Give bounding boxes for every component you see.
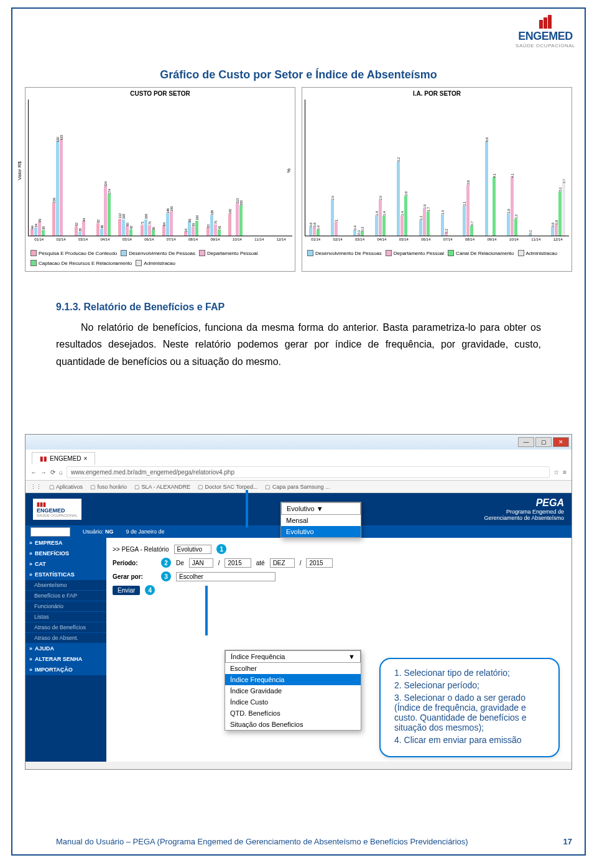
select-user[interactable]: Selecione (30, 527, 70, 537)
section-title: Gráfico de Custo por Setor e Índice de A… (0, 68, 597, 81)
app-logo: ▮▮▮ ENGEMED SAÚDE OCUPACIONAL (33, 499, 81, 520)
select-ano-de[interactable]: 2015 (224, 558, 251, 568)
callout-marker-4: 4 (145, 585, 155, 595)
select-mes-ate[interactable]: DEZ (270, 558, 295, 568)
select-mes-de[interactable]: JAN (189, 558, 213, 568)
callout-marker-1: 1 (216, 544, 226, 554)
logo: ENGEMED SAÚDE OCUPACIONAL (516, 14, 575, 48)
app-title: PEGA Programa Engemed de Gerenciamento d… (484, 497, 564, 521)
home-icon[interactable]: ⌂ (59, 469, 63, 476)
forward-icon[interactable]: → (40, 469, 47, 476)
sidebar-item[interactable]: ALTERAR SENHA (25, 654, 106, 665)
bookmark-item[interactable]: ▢ Aplicativos (49, 484, 83, 490)
callout-marker-2: 2 (161, 558, 171, 568)
maximize-button[interactable]: ▢ (535, 437, 552, 447)
sidebar: EMPRESABENEFÍCIOSCATESTATÍSTICASAbsenteí… (25, 538, 106, 762)
chart-custo: CUSTO POR SETOR Valor R$4454893821662063… (25, 87, 295, 272)
charts-row: CUSTO POR SETOR Valor R$4454893821662063… (25, 87, 572, 272)
callout-marker-3: 3 (161, 571, 171, 581)
close-button[interactable]: ✕ (553, 437, 569, 447)
select-ano-ate[interactable]: 2015 (306, 558, 332, 568)
bookmark-item[interactable]: ▢ SLA - ALEXANDRE (134, 484, 190, 490)
body-text: 9.1.3. Relatório de Benefícios e FAP No … (56, 298, 541, 370)
reload-icon[interactable]: ⟳ (50, 469, 55, 476)
popup-tipo-relatorio: Evolutivo ▼ Mensal Evolutivo (280, 502, 361, 538)
sidebar-item[interactable]: Listas (25, 612, 106, 622)
back-icon[interactable]: ← (30, 469, 37, 476)
sidebar-item[interactable]: Benefícios e FAP (25, 591, 106, 601)
bookmark-item[interactable]: ▢ Doctor SAC Torped... (198, 484, 257, 490)
minimize-button[interactable]: — (518, 437, 534, 447)
popup-gerar-por: Índice Frequência▼ Escolher Índice Frequ… (224, 650, 361, 731)
bookmark-item[interactable]: ▢ Capa para Samsung ... (265, 484, 330, 490)
sidebar-item[interactable]: Absenteísmo (25, 580, 106, 591)
select-tipo-relatorio[interactable]: Evolutivo (174, 545, 212, 554)
sidebar-item[interactable]: EMPRESA (25, 538, 106, 548)
sidebar-item[interactable]: Atraso de Benefícios (25, 622, 106, 633)
address-bar[interactable]: www.engemed.med.br/adm_engemed/pega/rela… (67, 466, 550, 478)
window-controls: — ▢ ✕ (25, 435, 572, 450)
browser-tab[interactable]: ▮▮ENGEMED× (32, 452, 95, 464)
select-gerar-por[interactable]: Escolher (176, 572, 275, 581)
sidebar-item[interactable]: IMPORTAÇÃO (25, 665, 106, 675)
sidebar-item[interactable]: Funcionário (25, 601, 106, 612)
page-footer: Manual do Usuário – PEGA (Programa Engem… (56, 837, 572, 846)
callout-instructions: Selecionar tipo de relatório;Selecionar … (379, 658, 560, 757)
sidebar-item[interactable]: ESTATÍSTICAS (25, 570, 106, 580)
enviar-button[interactable]: Enviar (113, 586, 140, 595)
chart-ia: I.A. POR SETOR %0.60.60.42.510.40.10.31.… (302, 87, 572, 272)
sidebar-item[interactable]: AJUDA (25, 644, 106, 654)
sidebar-item[interactable]: Atraso de Absent. (25, 633, 106, 644)
sidebar-item[interactable]: BENEFÍCIOS (25, 548, 106, 559)
sidebar-item[interactable]: CAT (25, 559, 106, 570)
bookmark-item[interactable]: ▢ fuso horário (90, 484, 127, 490)
